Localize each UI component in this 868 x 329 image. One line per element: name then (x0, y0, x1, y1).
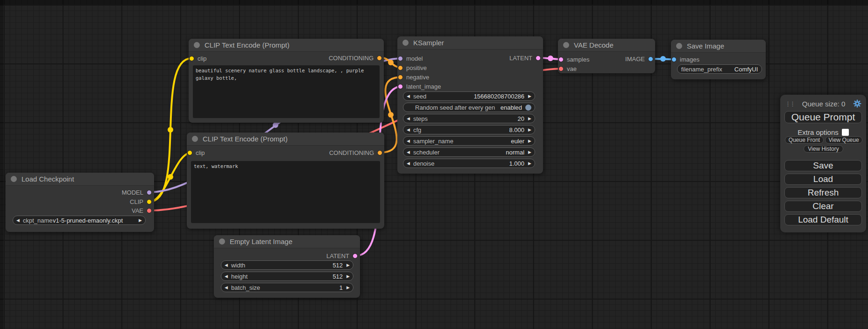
load-button[interactable]: Load (784, 174, 862, 185)
width-widget[interactable]: ◀ width 512 ▶ (221, 260, 353, 270)
widget-value: 512 (332, 273, 343, 280)
positive-prompt-textarea[interactable]: beautiful scenery nature glass bottle la… (193, 65, 380, 118)
collapse-dot-icon[interactable] (563, 42, 569, 48)
input-port-latent-image[interactable] (398, 84, 403, 89)
node-title-bar[interactable]: VAE Decode (558, 39, 655, 52)
cfg-widget[interactable]: ◀ cfg 8.000 ▶ (403, 125, 535, 134)
node-save-image[interactable]: Save Image images filename_prefix ComfyU… (671, 40, 766, 79)
output-port-latent[interactable] (353, 253, 358, 259)
node-clip-text-encode-positive[interactable]: CLIP Text Encode (Prompt) clip CONDITION… (189, 39, 384, 123)
node-load-checkpoint[interactable]: Load Checkpoint MODEL CLIP VAE ◀ ckpt_na… (6, 173, 154, 232)
settings-gear-icon[interactable] (853, 99, 861, 108)
input-port-images[interactable] (671, 57, 677, 62)
widget-value: 1.000 (509, 160, 525, 167)
output-port-image[interactable] (648, 56, 653, 62)
input-label-latent-image: latent_image (406, 83, 441, 90)
widget-value: v1-5-pruned-emaonly.ckpt (53, 217, 123, 224)
link-dot-clip-negative[interactable] (168, 174, 173, 180)
increment-arrow-icon[interactable]: ▶ (346, 274, 350, 279)
extra-options-checkbox[interactable] (842, 129, 849, 136)
node-title-bar[interactable]: CLIP Text Encode (Prompt) (187, 133, 384, 146)
prev-value-arrow-icon[interactable]: ◀ (16, 218, 20, 223)
seed-widget[interactable]: ◀ seed 156680208700286 ▶ (403, 91, 535, 101)
collapse-dot-icon[interactable] (402, 40, 409, 46)
input-port-negative[interactable] (398, 75, 403, 80)
drag-handle-icon[interactable]: ⋮⋮ (785, 101, 794, 107)
queue-prompt-button[interactable]: Queue Prompt (784, 111, 862, 123)
toggle-knob-icon[interactable] (525, 105, 531, 111)
link-dot-clip-positive[interactable] (168, 127, 173, 133)
node-clip-text-encode-negative[interactable]: CLIP Text Encode (Prompt) clip CONDITION… (187, 133, 384, 229)
queue-front-button[interactable]: Queue Front (785, 136, 824, 144)
view-queue-button[interactable]: View Queue (825, 136, 862, 144)
widget-label: Random seed after every gen (415, 104, 495, 111)
node-ksampler[interactable]: KSampler model positive negative latent_… (397, 36, 543, 174)
link-dot-latent-samples[interactable] (548, 56, 553, 61)
link-dot-negative[interactable] (388, 112, 394, 118)
prev-value-arrow-icon[interactable]: ◀ (407, 150, 410, 154)
input-port-clip[interactable] (187, 150, 192, 155)
ckpt-name-widget[interactable]: ◀ ckpt_name v1-5-pruned-emaonly.ckpt ▶ (13, 216, 146, 225)
input-port-clip[interactable] (189, 56, 194, 61)
collapse-dot-icon[interactable] (194, 42, 200, 48)
random-seed-toggle-widget[interactable]: Random seed after every gen enabled (403, 103, 535, 112)
clear-button[interactable]: Clear (784, 201, 862, 212)
decrement-arrow-icon[interactable]: ◀ (407, 128, 410, 132)
widget-value: normal (506, 149, 524, 156)
output-port-vae[interactable] (147, 208, 152, 213)
decrement-arrow-icon[interactable]: ◀ (225, 286, 228, 290)
node-title-bar[interactable]: CLIP Text Encode (Prompt) (189, 39, 384, 52)
batch-size-widget[interactable]: ◀ batch_size 1 ▶ (221, 283, 353, 292)
node-empty-latent-image[interactable]: Empty Latent Image LATENT ◀ width 512 ▶ … (214, 235, 360, 298)
increment-arrow-icon[interactable]: ▶ (346, 263, 350, 267)
node-title: VAE Decode (574, 41, 614, 49)
height-widget[interactable]: ◀ height 512 ▶ (221, 272, 353, 281)
output-port-clip[interactable] (147, 199, 152, 204)
input-port-samples[interactable] (558, 57, 564, 62)
negative-prompt-textarea[interactable]: text, watermark (191, 161, 380, 223)
refresh-button[interactable]: Refresh (784, 187, 862, 198)
prev-value-arrow-icon[interactable]: ◀ (407, 139, 410, 143)
view-history-button[interactable]: View History (804, 145, 843, 153)
sampler-name-widget[interactable]: ◀ sampler_name euler ▶ (403, 136, 535, 146)
node-vae-decode[interactable]: VAE Decode samples vae IMAGE (558, 39, 655, 73)
input-port-vae[interactable] (558, 66, 564, 71)
output-port-model[interactable] (147, 190, 152, 195)
input-port-model[interactable] (398, 56, 403, 61)
decrement-arrow-icon[interactable]: ◀ (225, 263, 228, 267)
collapse-dot-icon[interactable] (676, 43, 682, 49)
steps-widget[interactable]: ◀ steps 20 ▶ (403, 114, 535, 123)
increment-arrow-icon[interactable]: ▶ (346, 286, 350, 290)
link-dot-model[interactable] (273, 122, 278, 128)
decrement-arrow-icon[interactable]: ◀ (407, 161, 410, 166)
scheduler-widget[interactable]: ◀ scheduler normal ▶ (403, 147, 535, 157)
link-dot-positive[interactable] (388, 60, 394, 65)
output-port-conditioning[interactable] (377, 56, 382, 61)
next-value-arrow-icon[interactable]: ▶ (139, 218, 142, 223)
output-port-conditioning[interactable] (377, 150, 382, 155)
filename-prefix-widget[interactable]: filename_prefix ComfyUI (677, 64, 762, 74)
node-title-bar[interactable]: Empty Latent Image (214, 235, 360, 248)
node-title-bar[interactable]: Load Checkpoint (6, 173, 154, 186)
increment-arrow-icon[interactable]: ▶ (528, 128, 531, 132)
increment-arrow-icon[interactable]: ▶ (528, 117, 531, 121)
increment-arrow-icon[interactable]: ▶ (528, 94, 531, 98)
load-default-button[interactable]: Load Default (784, 214, 862, 225)
decrement-arrow-icon[interactable]: ◀ (225, 274, 228, 279)
collapse-dot-icon[interactable] (11, 176, 17, 182)
node-title-bar[interactable]: KSampler (397, 36, 543, 49)
increment-arrow-icon[interactable]: ▶ (528, 161, 531, 166)
output-port-latent[interactable] (536, 56, 541, 61)
node-title-bar[interactable]: Save Image (671, 40, 766, 53)
decrement-arrow-icon[interactable]: ◀ (407, 94, 410, 98)
input-port-positive[interactable] (398, 65, 403, 70)
save-button[interactable]: Save (784, 160, 862, 171)
next-value-arrow-icon[interactable]: ▶ (528, 139, 531, 143)
collapse-dot-icon[interactable] (219, 238, 225, 245)
link-dot-image[interactable] (660, 56, 666, 62)
decrement-arrow-icon[interactable]: ◀ (407, 117, 410, 121)
next-value-arrow-icon[interactable]: ▶ (528, 150, 531, 154)
node-graph-canvas[interactable]: Load Checkpoint MODEL CLIP VAE ◀ ckpt_na… (0, 0, 868, 329)
denoise-widget[interactable]: ◀ denoise 1.000 ▶ (403, 159, 535, 168)
collapse-dot-icon[interactable] (192, 136, 198, 142)
